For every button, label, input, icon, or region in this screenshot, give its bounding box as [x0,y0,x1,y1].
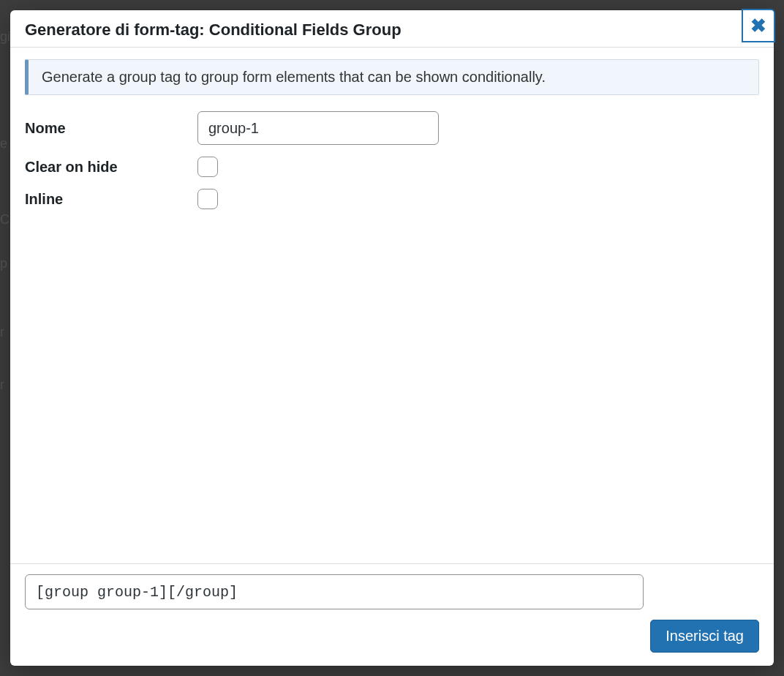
generated-tag-input[interactable] [25,574,644,609]
modal-title: Generatore di form-tag: Conditional Fiel… [25,20,759,40]
form-tag-generator-modal: Generatore di form-tag: Conditional Fiel… [10,10,774,666]
insert-tag-button[interactable]: Inserisci tag [650,620,759,653]
close-icon: ✖ [750,15,766,37]
inline-row: Inline [25,189,759,209]
inline-label: Inline [25,191,197,208]
modal-footer: Inserisci tag [10,563,774,666]
footer-actions: Inserisci tag [25,620,759,653]
info-banner: Generate a group tag to group form eleme… [25,59,759,95]
name-label: Nome [25,120,197,137]
clear-on-hide-checkbox[interactable] [197,157,218,177]
inline-checkbox[interactable] [197,189,218,209]
close-button[interactable]: ✖ [742,9,775,42]
modal-header: Generatore di form-tag: Conditional Fiel… [10,10,774,48]
clear-on-hide-row: Clear on hide [25,157,759,177]
clear-on-hide-label: Clear on hide [25,159,197,176]
name-row: Nome [25,111,759,145]
name-input[interactable] [197,111,439,145]
modal-body: Generate a group tag to group form eleme… [10,48,774,563]
